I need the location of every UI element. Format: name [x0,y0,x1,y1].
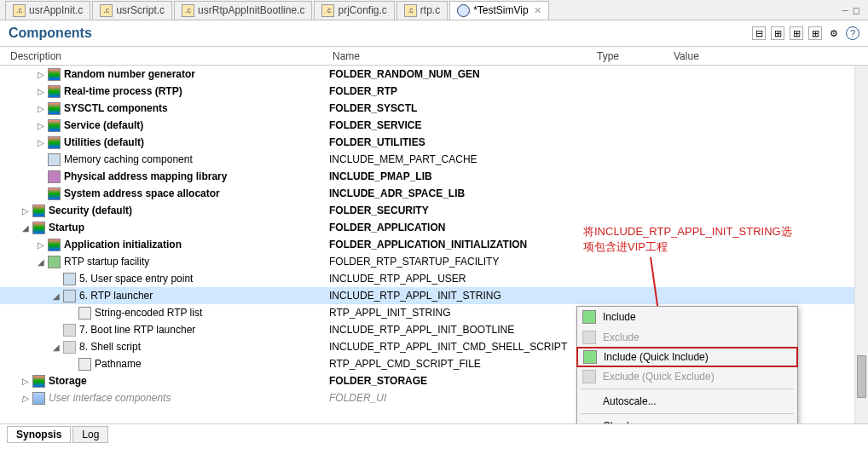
expand-toggle-icon[interactable]: ▷ [36,121,46,130]
include-icon [582,310,596,324]
cube-icon [48,187,61,200]
leaf-icon [63,273,76,285]
editor-tab[interactable]: .cprjConfig.c [314,1,394,20]
editor-tab[interactable]: .cusrRtpAppInitBootline.c [174,1,312,20]
tree-row[interactable]: ◢RTP startup facilityFOLDER_RTP_STARTUP_… [0,253,868,270]
expand-toggle-icon[interactable]: ▷ [20,377,31,386]
scr-icon [78,307,91,320]
menu-item[interactable]: Include [577,307,797,327]
expand-2-icon[interactable]: ⊞ [790,26,803,40]
expand-toggle-icon[interactable]: ▷ [36,87,46,96]
annotation-text: 将INCLUDE_RTP_APPL_INIT_STRING选 项包含进VIP工程 [583,224,848,255]
row-description: Random number generator [64,68,195,80]
row-name: FOLDER_UI [329,392,593,404]
help-icon[interactable]: ? [846,26,859,40]
tab-label: usrScript.c [116,4,165,16]
blank-icon [582,395,596,408]
col-value[interactable]: Value [670,50,868,62]
row-description: System address space allocator [64,187,220,199]
leafg-icon [63,341,76,354]
tree-row[interactable]: ▷Utilities (default)FOLDER_UTILITIES [0,134,868,151]
close-icon[interactable]: ✕ [534,5,541,16]
c-file-icon: .c [13,4,26,17]
tree-row[interactable]: ◢6. RTP launcherINCLUDE_RTP_APPL_INIT_ST… [0,287,868,304]
expand-toggle-icon[interactable]: ▷ [20,206,31,216]
column-header-row: Description Name Type Value [0,47,868,66]
menu-item: Exclude [577,327,797,348]
row-name: FOLDER_UTILITIES [329,136,593,148]
menu-item-label: Exclude (Quick Exclude) [603,371,715,383]
restore-icon[interactable]: □ [854,4,859,16]
filter-icon[interactable]: ⚙ [827,26,841,40]
leaf-icon [63,290,76,302]
tree-row[interactable]: ▷Service (default)FOLDER_SERVICE [0,117,868,134]
editor-tab[interactable]: .cusrScript.c [92,1,172,20]
row-description: 8. Shell script [79,341,141,353]
expand-toggle-icon[interactable]: ◢ [51,291,61,301]
expand-toggle-icon[interactable]: ◢ [36,257,46,267]
include-icon [583,350,597,364]
tree-row[interactable]: System address space allocatorINCLUDE_AD… [0,185,868,202]
row-name: INCLUDE_RTP_APPL_INIT_CMD_SHELL_SCRIPT [329,341,593,353]
editor-tab[interactable]: .cusrAppInit.c [5,1,90,20]
row-description: Startup [49,222,84,233]
tab-label: *TestSimVip [473,4,528,16]
expand-toggle-icon[interactable]: ▷ [36,104,46,113]
tree-row[interactable]: ▷Real-time process (RTP)FOLDER_RTP [0,83,868,100]
c-file-icon: .c [404,4,417,17]
tree-row[interactable]: ▷SYSCTL componentsFOLDER_SYSCTL [0,100,868,117]
expand-toggle-icon[interactable]: ▷ [36,70,46,79]
col-type[interactable]: Type [593,50,670,62]
c-file-icon: .c [100,4,113,17]
minimize-icon[interactable]: — [842,4,848,16]
row-description: String-encoded RTP list [95,307,202,319]
component-tree[interactable]: ▷Random number generatorFOLDER_RANDOM_NU… [0,66,868,423]
tree-row[interactable]: ▷Security (default)FOLDER_SECURITY [0,202,868,219]
tab-log[interactable]: Log [72,426,108,443]
expand-icon[interactable]: ⊞ [771,26,784,40]
project-icon [457,4,470,17]
expand-toggle-icon[interactable]: ▷ [36,138,46,147]
row-description: 7. Boot line RTP launcher [79,324,195,336]
row-description: Service (default) [64,119,143,131]
menu-item[interactable]: Include (Quick Include) [576,347,798,367]
editor-tab[interactable]: *TestSimVip✕ [449,1,548,20]
vertical-scrollbar[interactable] [854,66,868,423]
menu-item-label: Autoscale... [603,395,657,407]
exclude-icon [582,370,596,383]
cube-icon [48,136,61,149]
row-description: User interface components [49,392,171,404]
cube-icon [32,204,45,217]
col-name[interactable]: Name [329,50,593,62]
row-name: FOLDER_APPLICATION [329,222,593,233]
blank-icon [582,419,596,423]
scrollbar-thumb[interactable] [857,355,866,398]
collapse-all-icon[interactable]: ⊟ [752,26,766,40]
menu-item-label: Exclude [603,331,639,343]
expand-toggle-icon[interactable]: ◢ [20,223,31,233]
row-name: RTP_APPL_CMD_SCRIPT_FILE [329,358,593,370]
editor-tab[interactable]: .crtp.c [396,1,448,20]
expand-toggle-icon[interactable]: ▷ [20,394,31,403]
tab-label: usrRtpAppInitBootline.c [198,4,304,16]
expand-toggle-icon[interactable]: ◢ [51,343,61,352]
tree-row[interactable]: 5. User space entry pointINCLUDE_RTP_APP… [0,270,868,287]
tree-row[interactable]: Memory caching componentINCLUDE_MEM_PART… [0,151,868,168]
row-description: SYSCTL components [64,102,168,114]
expand-toggle-icon[interactable]: ▷ [36,240,46,250]
tab-synopsis[interactable]: Synopsis [7,426,71,443]
tree-row[interactable]: Physical address mapping libraryINCLUDE_… [0,168,868,185]
row-name: RTP_APPL_INIT_STRING [329,307,593,319]
row-description: Storage [49,375,87,387]
col-description[interactable]: Description [7,50,329,62]
row-description: Security (default) [49,204,132,216]
menu-item-label: Include (Quick Include) [604,351,709,363]
context-menu: IncludeExcludeInclude (Quick Include)Exc… [576,306,798,423]
menu-item[interactable]: Check [577,416,797,423]
row-name: INCLUDE_PMAP_LIB [329,170,593,182]
row-description: Pathname [95,358,142,370]
tree-row[interactable]: ▷Random number generatorFOLDER_RANDOM_NU… [0,66,868,83]
menu-item[interactable]: Autoscale... [577,391,797,412]
expand-3-icon[interactable]: ⊞ [808,26,822,40]
row-name: FOLDER_RTP [329,85,593,97]
